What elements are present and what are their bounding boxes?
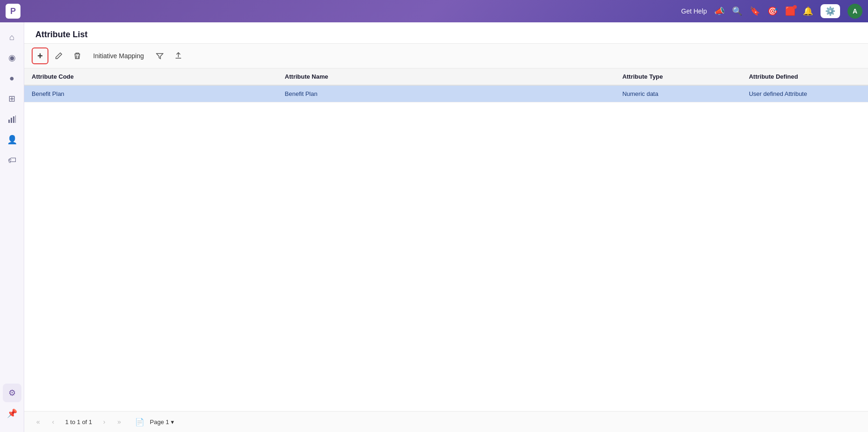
page-info: 1 to 1 of 1 [65, 418, 92, 425]
top-nav-right: Get Help 📣 🔍 🔖 🎯 🟥 🔔 ⚙️ A [681, 4, 862, 19]
sidebar-item-analytics[interactable]: ◉ [3, 48, 21, 67]
sidebar-item-home[interactable]: ⌂ [3, 28, 21, 47]
page-title: Attribute List [35, 30, 88, 39]
top-nav-left: P [6, 4, 20, 19]
edit-button[interactable] [50, 47, 67, 64]
table-row[interactable]: Benefit Plan Benefit Plan Numeric data U… [24, 85, 868, 102]
cell-name: Benefit Plan [278, 85, 615, 102]
active-module-icon: ⚙️ [825, 6, 835, 16]
table-container: Attribute Code Attribute Name Attribute … [24, 68, 868, 411]
main-content: Attribute List + Initiative Mapping [24, 22, 868, 432]
table-body: Benefit Plan Benefit Plan Numeric data U… [24, 85, 868, 102]
user-avatar[interactable]: A [848, 4, 862, 19]
attribute-table: Attribute Code Attribute Name Attribute … [24, 68, 868, 102]
sidebar-item-dot[interactable]: ● [3, 69, 21, 88]
cube-icon[interactable]: 🟥 [785, 6, 795, 16]
sidebar-bottom: ⚙ 📌 [3, 384, 21, 426]
sidebar-item-pin[interactable]: 📌 [3, 404, 21, 423]
active-module-button[interactable]: ⚙️ [821, 4, 840, 18]
svg-rect-2 [13, 116, 14, 123]
svg-rect-0 [8, 120, 10, 123]
col-header-code: Attribute Code [24, 68, 278, 85]
sidebar-item-badge[interactable]: 🏷 [3, 151, 21, 169]
toolbar: + Initiative Mapping [24, 44, 868, 68]
page-select-label: Page 1 [150, 418, 169, 425]
col-header-type: Attribute Type [615, 68, 741, 85]
svg-rect-1 [11, 118, 12, 123]
sidebar-item-person[interactable]: 👤 [3, 130, 21, 149]
svg-rect-3 [15, 115, 16, 123]
pagination: « ‹ 1 to 1 of 1 › » 📄 Page 1 ▾ [24, 411, 868, 432]
sidebar-item-settings[interactable]: ⚙ [3, 384, 21, 402]
megaphone-icon[interactable]: 📣 [714, 6, 725, 16]
first-page-button[interactable]: « [32, 415, 45, 428]
cell-defined: User defined Attribute [741, 85, 868, 102]
page-selector: 📄 Page 1 ▾ [135, 417, 178, 427]
cell-type: Numeric data [615, 85, 741, 102]
chevron-down-icon: ▾ [171, 418, 174, 425]
prev-page-button[interactable]: ‹ [47, 415, 60, 428]
col-header-defined: Attribute Defined [741, 68, 868, 85]
get-help-link[interactable]: Get Help [681, 7, 707, 15]
add-button[interactable]: + [32, 47, 48, 64]
sidebar-item-grid[interactable]: ⊞ [3, 89, 21, 108]
next-page-button[interactable]: › [98, 415, 111, 428]
last-page-button[interactable]: » [113, 415, 126, 428]
top-nav: P Get Help 📣 🔍 🔖 🎯 🟥 🔔 ⚙️ A [0, 0, 868, 22]
col-header-name: Attribute Name [278, 68, 615, 85]
search-icon[interactable]: 🔍 [732, 6, 742, 16]
page-header: Attribute List [24, 22, 868, 44]
cell-code: Benefit Plan [24, 85, 278, 102]
table-header: Attribute Code Attribute Name Attribute … [24, 68, 868, 85]
bookmark-icon[interactable]: 🔖 [750, 6, 760, 16]
notification-badge [793, 5, 797, 9]
page-select-button[interactable]: Page 1 ▾ [146, 417, 178, 427]
export-button[interactable] [170, 47, 187, 64]
delete-button[interactable] [69, 47, 86, 64]
initiative-mapping-label: Initiative Mapping [93, 52, 144, 60]
sidebar: ⌂ ◉ ● ⊞ 👤 🏷 ⚙ 📌 [0, 22, 24, 432]
body-layout: ⌂ ◉ ● ⊞ 👤 🏷 ⚙ 📌 Attribute List + [0, 22, 868, 432]
filter-button[interactable] [151, 47, 168, 64]
bell-icon[interactable]: 🔔 [803, 6, 813, 16]
initiative-mapping-button[interactable]: Initiative Mapping [88, 49, 149, 62]
sidebar-item-chart[interactable] [3, 110, 21, 128]
page-doc-icon: 📄 [135, 418, 144, 426]
target-icon[interactable]: 🎯 [767, 6, 778, 16]
app-logo[interactable]: P [6, 4, 20, 19]
